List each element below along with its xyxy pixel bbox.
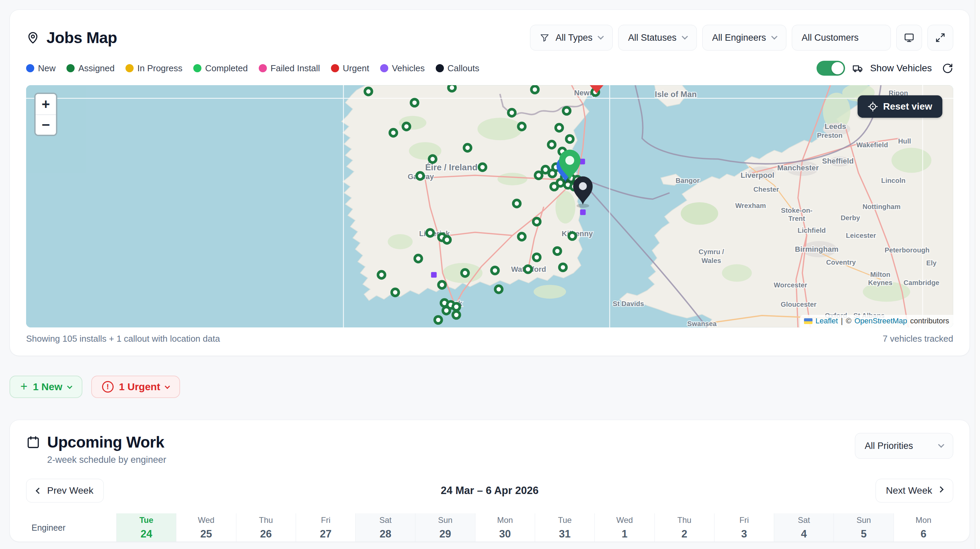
- assigned-job-marker[interactable]: [464, 144, 471, 151]
- assigned-job-marker[interactable]: [525, 266, 532, 273]
- map-attribution: Leaflet | © OpenStreetMap contributors: [800, 315, 953, 327]
- assigned-job-marker[interactable]: [560, 264, 566, 271]
- assigned-job-marker[interactable]: [554, 248, 561, 255]
- assigned-job-marker[interactable]: [479, 164, 486, 171]
- map-place-label: Keynes: [868, 279, 892, 286]
- assigned-job-marker[interactable]: [495, 286, 502, 293]
- chevron-right-icon: [937, 486, 943, 492]
- legend-dot-assigned: [67, 64, 75, 72]
- assigned-job-marker[interactable]: [518, 233, 525, 240]
- display-mode-button[interactable]: [896, 25, 922, 51]
- day-date-label: 27: [320, 528, 331, 540]
- map-place-label: Wrexham: [735, 202, 766, 209]
- assigned-job-marker[interactable]: [453, 311, 460, 319]
- map-place-label: Kilkenny: [562, 229, 593, 238]
- fullscreen-button[interactable]: [928, 25, 953, 51]
- upcoming-work-card: Upcoming Work 2-week schedule by enginee…: [10, 420, 970, 542]
- day-date-label: 6: [921, 528, 926, 540]
- map-place-label: Gloucester: [781, 301, 816, 308]
- legend-label-vehicles: Vehicles: [392, 63, 425, 73]
- legend-label-assigned: Assigned: [78, 63, 115, 73]
- assigned-job-marker[interactable]: [429, 155, 436, 163]
- assigned-job-marker[interactable]: [533, 218, 541, 225]
- map-place-label: Peterborough: [885, 246, 930, 254]
- map-place-label: Stoke-on-: [781, 207, 813, 214]
- assigned-job-marker[interactable]: [365, 88, 372, 95]
- vehicle-marker[interactable]: [431, 272, 437, 278]
- day-of-week-label: Sat: [798, 515, 810, 525]
- next-week-button[interactable]: Next Week: [875, 479, 953, 503]
- assigned-job-marker[interactable]: [492, 267, 498, 274]
- scrollbar[interactable]: [975, 0, 980, 549]
- map-legend: NewAssignedIn ProgressCompletedFailed In…: [26, 63, 479, 73]
- schedule-subtitle: 2-week schedule by engineer: [47, 455, 166, 465]
- day-of-week-label: Tue: [139, 515, 153, 525]
- assigned-job-marker[interactable]: [514, 200, 520, 207]
- map-footer: Showing 105 installs + 1 callout with lo…: [26, 334, 953, 344]
- filter-all-customers[interactable]: All Customers: [792, 25, 891, 51]
- vehicle-marker[interactable]: [580, 209, 586, 215]
- day-of-week-label: Mon: [497, 515, 513, 525]
- zoom-in-button[interactable]: +: [36, 94, 56, 114]
- assigned-job-marker[interactable]: [417, 172, 424, 179]
- prev-week-button[interactable]: Prev Week: [26, 479, 104, 503]
- day-column-fri-3: Fri3: [714, 513, 774, 542]
- assigned-job-marker[interactable]: [426, 229, 434, 236]
- assigned-job-marker[interactable]: [390, 129, 397, 136]
- assigned-job-marker[interactable]: [403, 123, 410, 130]
- assigned-job-marker[interactable]: [531, 86, 538, 93]
- map-place-label: Preston: [817, 132, 842, 139]
- day-column-sun-5: Sun5: [834, 513, 893, 542]
- assigned-job-marker[interactable]: [443, 307, 450, 314]
- show-vehicles-toggle[interactable]: [816, 61, 845, 76]
- day-date-label: 25: [200, 528, 212, 540]
- refresh-icon[interactable]: [942, 63, 953, 74]
- filter-all-types[interactable]: All Types: [530, 25, 613, 51]
- page-title-text: Jobs Map: [46, 29, 117, 47]
- chevron-down-icon: [938, 441, 944, 448]
- assigned-job-marker[interactable]: [378, 271, 385, 279]
- assigned-job-marker[interactable]: [566, 136, 573, 142]
- filter-all-statuses[interactable]: All Statuses: [618, 25, 697, 51]
- map-place-label: Lichfield: [797, 227, 826, 234]
- reset-view-button[interactable]: Reset view: [858, 95, 942, 118]
- assigned-job-marker[interactable]: [563, 107, 570, 114]
- map-place-label: Lincoln: [881, 177, 906, 184]
- assigned-job-marker[interactable]: [461, 270, 469, 276]
- day-date-label: 31: [559, 528, 570, 540]
- assigned-job-marker[interactable]: [411, 99, 418, 106]
- leaflet-link[interactable]: Leaflet: [816, 317, 838, 326]
- assigned-job-marker[interactable]: [448, 85, 455, 91]
- day-column-mon-6: Mon6: [894, 513, 953, 542]
- assigned-job-marker[interactable]: [415, 255, 422, 262]
- assigned-job-marker[interactable]: [551, 183, 558, 190]
- map-filters: All Types All Statuses All Engineers All…: [530, 25, 953, 51]
- assigned-job-marker[interactable]: [556, 124, 563, 131]
- urgent-jobs-button[interactable]: ! 1 Urgent: [91, 376, 180, 398]
- assigned-job-marker[interactable]: [518, 123, 525, 130]
- assigned-job-marker[interactable]: [453, 303, 460, 310]
- assigned-job-marker[interactable]: [535, 172, 542, 179]
- zoom-out-button[interactable]: −: [36, 114, 56, 135]
- osm-link[interactable]: OpenStreetMap: [854, 317, 907, 326]
- filter-all-priorities[interactable]: All Priorities: [855, 433, 953, 459]
- assigned-job-marker[interactable]: [392, 289, 399, 296]
- assigned-job-marker[interactable]: [533, 254, 541, 261]
- assigned-job-marker[interactable]: [435, 317, 442, 324]
- assigned-job-marker[interactable]: [569, 232, 576, 239]
- assigned-job-marker[interactable]: [439, 281, 445, 289]
- assigned-job-marker[interactable]: [548, 141, 555, 148]
- day-column-sat-28: Sat28: [355, 513, 415, 542]
- map-canvas[interactable]: NewryIsle of ManÉire / IrelandGalwayLime…: [26, 85, 953, 327]
- assigned-job-marker[interactable]: [508, 109, 515, 117]
- legend-item-urgent: Urgent: [331, 63, 369, 73]
- legend-label-completed: Completed: [205, 63, 248, 73]
- map-zoom-control: + −: [34, 93, 57, 136]
- assigned-job-marker[interactable]: [444, 236, 451, 243]
- quick-actions-row: + 1 New ! 1 Urgent: [10, 376, 980, 398]
- funnel-icon: [540, 33, 549, 42]
- schedule-title-text: Upcoming Work: [47, 433, 164, 451]
- filter-all-engineers[interactable]: All Engineers: [702, 25, 786, 51]
- schedule-day-headers: Engineer Tue24Wed25Thu26Fri27Sat28Sun29M…: [26, 513, 953, 542]
- new-jobs-button[interactable]: + 1 New: [10, 376, 83, 398]
